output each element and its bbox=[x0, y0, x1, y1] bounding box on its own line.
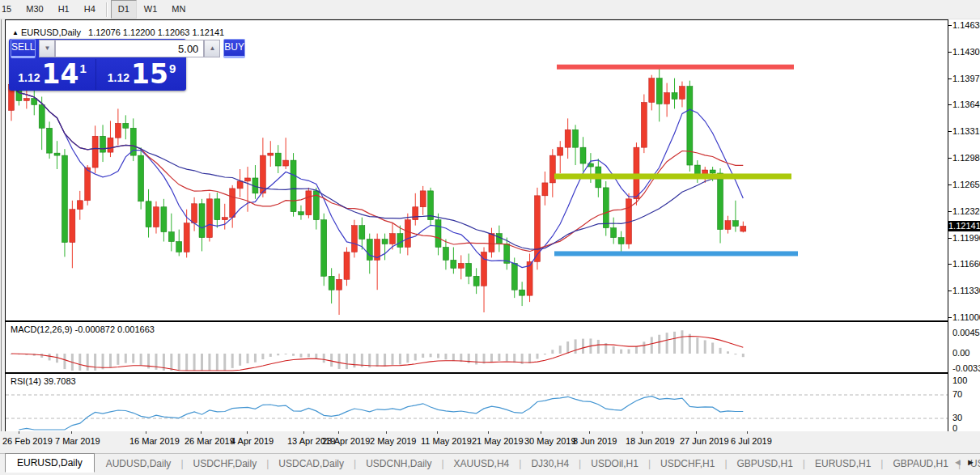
price-tick-dash bbox=[948, 264, 952, 265]
tab-gbpaud-h1[interactable]: GBPAUD,H1 bbox=[883, 456, 957, 472]
timeframe-button-M30[interactable]: M30 bbox=[19, 0, 50, 19]
time-tick-label: 16 Mar 2019 bbox=[129, 436, 180, 446]
time-tick bbox=[696, 431, 697, 434]
tab-usdcad-daily[interactable]: USDCAD,Daily bbox=[269, 456, 354, 472]
price-tick-dash bbox=[948, 211, 952, 212]
tab-usdcnh-daily[interactable]: USDCNH,Daily bbox=[356, 456, 441, 472]
chart-title: ▲ EURUSD,Daily 1.12076 1.12200 1.12063 1… bbox=[12, 28, 224, 37]
tab-scroll-right[interactable]: ► bbox=[966, 457, 975, 467]
price-tick-label: 1.13970 bbox=[952, 74, 980, 83]
macd-axis-label: 0.00 bbox=[952, 348, 969, 358]
volume-input[interactable] bbox=[55, 40, 204, 57]
time-tick bbox=[19, 431, 19, 434]
sell-price-display[interactable]: 1.12141 bbox=[9, 59, 96, 90]
tab-usdoil-h1[interactable]: USDOil,H1 bbox=[581, 456, 648, 472]
timeframe-button-D1[interactable]: D1 bbox=[111, 0, 137, 19]
tab-usdchf-h1[interactable]: USDCHF,H1 bbox=[651, 456, 724, 472]
rsi-pane[interactable]: RSI(14) 39.7083 bbox=[5, 373, 948, 433]
time-tick-label: 30 May 2019 bbox=[524, 436, 576, 446]
time-tick-label: 26 Feb 2019 bbox=[2, 436, 53, 446]
time-tick-label: 26 Mar 2019 bbox=[185, 436, 235, 446]
tab-gbpusd-h1[interactable]: GBPUSD,H1 bbox=[728, 456, 803, 472]
time-tick bbox=[589, 431, 590, 434]
time-tick bbox=[642, 431, 643, 434]
rsi-axis-label: 100 bbox=[952, 375, 967, 385]
timeframe-button-H1[interactable]: H1 bbox=[51, 0, 77, 19]
window-frame-edge bbox=[1, 19, 2, 431]
price-tick-dash bbox=[948, 104, 952, 105]
price-tick-label: 1.11330 bbox=[952, 286, 980, 295]
time-tick-label: 18 Jun 2019 bbox=[626, 436, 675, 446]
buy-price-display[interactable]: 1.12159 bbox=[97, 59, 186, 90]
rsi-axis-label: 30 bbox=[952, 413, 962, 422]
price-tick-label: 1.12980 bbox=[952, 153, 980, 163]
time-tick bbox=[338, 431, 339, 434]
volume-increase-button[interactable]: ▲ bbox=[204, 40, 220, 57]
time-tick bbox=[247, 431, 248, 434]
price-tick-dash bbox=[948, 291, 952, 291]
time-tick bbox=[541, 431, 541, 434]
price-tick-dash bbox=[948, 317, 952, 318]
price-tick-dash bbox=[948, 78, 952, 79]
tab-eurusd-h1[interactable]: EURUSD,H1 bbox=[805, 456, 880, 472]
price-tick-dash bbox=[948, 184, 952, 185]
time-tick bbox=[386, 431, 387, 434]
chart-ohlc-values: 1.12076 1.12200 1.12063 1.12141 bbox=[88, 28, 224, 37]
time-tick bbox=[437, 431, 438, 434]
time-tick-label: 8 Jun 2019 bbox=[573, 436, 617, 446]
timeframe-button-MN[interactable]: MN bbox=[164, 0, 193, 19]
time-tick bbox=[303, 431, 304, 434]
price-tick-label: 1.14300 bbox=[952, 47, 980, 57]
price-tick-label: 1.11000 bbox=[952, 312, 980, 322]
volume-spinner: ▼ ▲ bbox=[39, 40, 220, 57]
tab-xauusd-h4[interactable]: XAUUSD,H4 bbox=[444, 456, 520, 472]
macd-axis-label: -0.003362 bbox=[952, 363, 980, 373]
price-tick-label: 1.14630 bbox=[952, 20, 980, 30]
time-tick bbox=[488, 431, 489, 434]
price-tick-dash bbox=[948, 25, 952, 26]
timeframe-button-H4[interactable]: H4 bbox=[77, 0, 103, 19]
time-tick-label: 21 May 2019 bbox=[472, 436, 524, 446]
chart-tab-bar: EURUSD,DailyAUDUSD,Daily|USDCHF,Daily|US… bbox=[0, 453, 980, 473]
toolbar-separator bbox=[106, 2, 108, 17]
macd-pane[interactable]: MACD(12,26,9) -0.000872 0.001663 bbox=[5, 321, 948, 373]
macd-axis-label: 0.004537 bbox=[952, 328, 980, 337]
time-tick bbox=[146, 431, 146, 434]
macd-label: MACD(12,26,9) -0.000872 0.001663 bbox=[11, 324, 155, 334]
rsi-axis-label: 70 bbox=[952, 389, 962, 399]
price-tick-label: 1.12650 bbox=[952, 180, 980, 189]
tab-usdchf-daily[interactable]: USDCHF,Daily bbox=[184, 456, 267, 472]
price-tick-dash bbox=[948, 158, 952, 159]
rsi-chart bbox=[6, 374, 948, 432]
trading-terminal: 15M30H1H4D1W1MN ▲ EURUSD,Daily 1.12076 1… bbox=[0, 0, 980, 475]
main-chart-pane[interactable]: ▲ EURUSD,Daily 1.12076 1.12200 1.12063 1… bbox=[5, 19, 948, 321]
tab-audusd-daily[interactable]: AUDUSD,Daily bbox=[96, 456, 181, 472]
volume-decrease-button[interactable]: ▼ bbox=[39, 40, 55, 57]
time-tick-label: 2 May 2019 bbox=[370, 436, 416, 446]
price-tick-dash bbox=[948, 238, 952, 239]
price-tick-label: 1.13310 bbox=[952, 126, 980, 136]
time-tick-label: 23 Apr 2019 bbox=[322, 436, 370, 446]
tab-eurusd-daily[interactable]: EURUSD,Daily bbox=[5, 453, 95, 473]
timeframe-button-15[interactable]: 15 bbox=[0, 0, 19, 19]
tab-scroll-left[interactable]: ◄ bbox=[953, 457, 962, 467]
time-tick-label: 4 Apr 2019 bbox=[231, 436, 274, 446]
time-tick bbox=[71, 431, 72, 434]
price-tick-label: 1.12320 bbox=[952, 206, 980, 216]
chart-symbol: EURUSD,Daily bbox=[21, 28, 81, 37]
price-tick-dash bbox=[948, 131, 952, 132]
current-price-badge: 1.12141 bbox=[948, 221, 980, 231]
time-tick bbox=[201, 431, 202, 434]
collapse-icon[interactable]: ▲ bbox=[12, 29, 19, 36]
price-tick-label: 1.11660 bbox=[952, 259, 980, 269]
tab-dj30-h4[interactable]: DJ30,H4 bbox=[521, 456, 579, 472]
price-tick-dash bbox=[948, 52, 952, 53]
time-tick-label: 7 Mar 2019 bbox=[55, 436, 100, 446]
sell-button[interactable]: SELL bbox=[11, 39, 36, 58]
rsi-label: RSI(14) 39.7083 bbox=[11, 376, 76, 386]
time-tick-label: 6 Jul 2019 bbox=[731, 436, 772, 446]
price-tick-label: 1.13640 bbox=[952, 100, 980, 109]
one-click-trade-panel: SELL ▼ ▲ BUY 1.12141 1.12159 bbox=[9, 39, 186, 91]
buy-button[interactable]: BUY bbox=[223, 39, 245, 58]
timeframe-button-W1[interactable]: W1 bbox=[137, 0, 165, 19]
